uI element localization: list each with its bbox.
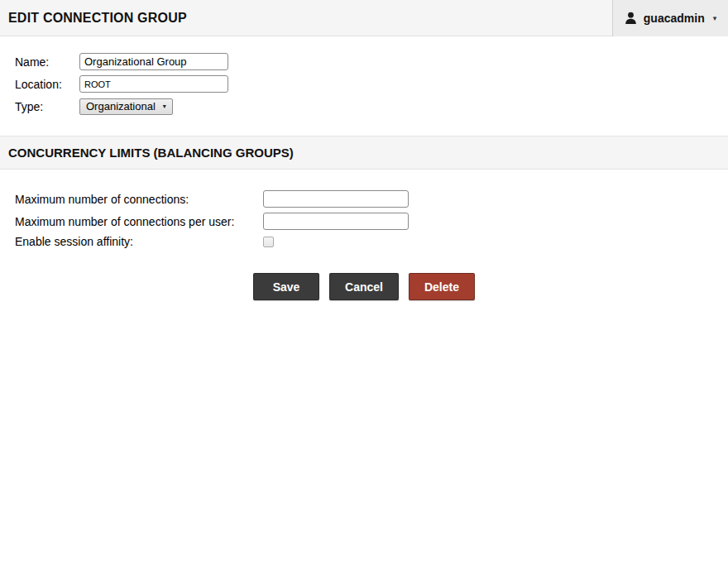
concurrency-fields-section: Maximum number of connections: Maximum n…: [0, 170, 728, 248]
max-connections-per-user-row: Maximum number of connections per user:: [15, 213, 728, 230]
name-label: Name:: [15, 55, 79, 69]
user-icon: [625, 12, 637, 25]
location-field-row: Location:: [15, 75, 728, 93]
page-title: EDIT CONNECTION GROUP: [0, 11, 187, 26]
type-label: Type:: [15, 100, 79, 113]
location-label: Location:: [15, 78, 79, 91]
group-properties-section: Name: Location: Type: Organizational ▾: [0, 36, 728, 115]
chevron-down-icon: ▾: [713, 14, 717, 22]
type-field-row: Type: Organizational ▾: [15, 98, 728, 115]
delete-button[interactable]: Delete: [409, 273, 475, 300]
name-field-row: Name:: [15, 53, 728, 70]
max-connections-row: Maximum number of connections:: [15, 190, 728, 208]
session-affinity-row: Enable session affinity:: [15, 235, 728, 248]
max-connections-label: Maximum number of connections:: [15, 193, 263, 206]
select-caret-icon: ▾: [163, 103, 166, 110]
max-connections-per-user-input[interactable]: [263, 213, 409, 230]
user-menu[interactable]: guacadmin ▾: [612, 0, 728, 36]
concurrency-section-header: CONCURRENCY LIMITS (BALANCING GROUPS): [0, 136, 728, 170]
name-input[interactable]: [79, 53, 228, 70]
session-affinity-label: Enable session affinity:: [15, 235, 263, 248]
type-select[interactable]: Organizational ▾: [79, 98, 173, 115]
concurrency-section-title: CONCURRENCY LIMITS (BALANCING GROUPS): [0, 146, 294, 160]
max-connections-input[interactable]: [263, 190, 409, 208]
type-select-value: Organizational: [86, 100, 156, 112]
location-input[interactable]: [79, 75, 228, 93]
action-buttons: Save Cancel Delete: [0, 273, 728, 300]
user-name: guacadmin: [644, 12, 705, 25]
page-header: EDIT CONNECTION GROUP guacadmin ▾: [0, 0, 728, 36]
session-affinity-checkbox[interactable]: [263, 237, 274, 247]
save-button[interactable]: Save: [253, 273, 319, 300]
cancel-button[interactable]: Cancel: [329, 273, 399, 300]
max-connections-per-user-label: Maximum number of connections per user:: [15, 215, 263, 228]
